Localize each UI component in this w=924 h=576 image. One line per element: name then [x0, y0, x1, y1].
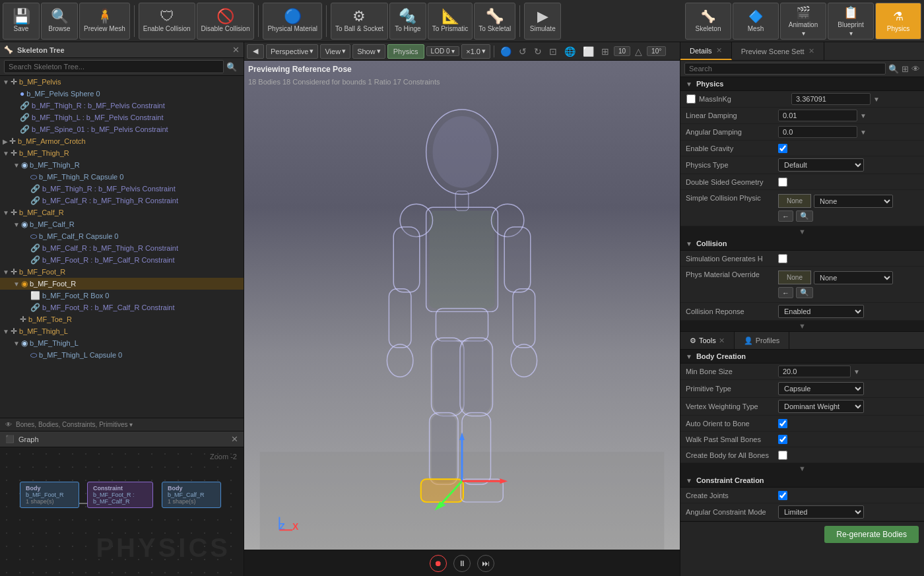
graph-node-constraint1[interactable]: Constraint b_MF_Foot_R : b_MF_Calf_R: [87, 482, 153, 508]
tree-item[interactable]: ▼ ✛ b_MF_Thigh_L: [0, 325, 244, 337]
profiles-tab[interactable]: 👤 Profiles: [735, 332, 790, 349]
to-hinge-button[interactable]: 🔩 To Hinge: [389, 3, 426, 40]
simple-collision-back-btn[interactable]: ←: [778, 210, 793, 222]
constraint-creation-header[interactable]: ▼ Constraint Creation: [680, 474, 924, 488]
collision-response-select[interactable]: Enabled Disabled: [778, 305, 864, 318]
tree-item[interactable]: ▶ ✛ b_MF_Toe_R: [0, 313, 244, 325]
mode-animation-button[interactable]: 🎬 Animation ▾: [780, 3, 826, 40]
view-dropdown[interactable]: View ▾: [320, 44, 350, 59]
graph-content[interactable]: Body b_MF_Foot_R 1 shape(s) Constraint b…: [0, 447, 244, 576]
mass-arrow[interactable]: ▼: [873, 96, 880, 103]
preview-scene-tab[interactable]: Preview Scene Sett ✕: [732, 42, 824, 60]
enable-gravity-checkbox[interactable]: [778, 144, 787, 153]
mode-blueprint-button[interactable]: 📋 Blueprint ▾: [828, 3, 874, 40]
show-dropdown[interactable]: Show ▾: [352, 44, 385, 59]
tree-item[interactable]: ▶ 🔗 b_MF_Thigh_L : b_MF_Pelvis Constrain…: [0, 112, 244, 123]
details-grid-button[interactable]: ⊞: [902, 64, 909, 74]
vp-icon-btn-8[interactable]: △: [632, 44, 645, 59]
tree-item[interactable]: ▶ 🔗 b_MF_Foot_R : b_MF_Calf_R Constraint: [0, 254, 244, 266]
tree-item[interactable]: ▶ ⬭ b_MF_Thigh_R Capsule 0: [0, 171, 244, 183]
angular-arrow[interactable]: ▼: [860, 129, 867, 136]
vp-icon-btn-4[interactable]: ⊡: [546, 44, 560, 59]
details-tab-close[interactable]: ✕: [716, 46, 722, 55]
vp-icon-btn-6[interactable]: ⬜: [580, 44, 597, 59]
physics-section-collapse[interactable]: ▼: [680, 226, 924, 237]
viewport-nav-button[interactable]: ◀: [247, 44, 264, 59]
skeleton-search-input[interactable]: [4, 60, 224, 73]
perspective-dropdown[interactable]: Perspective ▾: [266, 44, 318, 59]
create-body-checkbox[interactable]: [778, 451, 787, 460]
mass-in-kg-checkbox[interactable]: [686, 94, 696, 104]
mass-in-kg-input[interactable]: [791, 93, 871, 105]
skeleton-search-button[interactable]: 🔍: [224, 61, 240, 73]
mode-mesh-button[interactable]: 🔷 Mesh: [733, 3, 779, 40]
graph-node-body1[interactable]: Body b_MF_Foot_R 1 shape(s): [20, 482, 79, 508]
phys-material-find-btn[interactable]: 🔍: [796, 287, 813, 298]
physics-section-header[interactable]: ▼ Physics: [680, 77, 924, 91]
regenerate-bodies-button[interactable]: Re-generate Bodies: [824, 526, 919, 543]
tree-item-selected[interactable]: ▼ ◉ b_MF_Foot_R: [0, 278, 244, 290]
vp-icon-btn-7[interactable]: ⊞: [599, 44, 612, 59]
vertex-weighting-select[interactable]: Dominant Weight Any Weight: [778, 400, 864, 413]
angular-mode-select[interactable]: Limited Free Locked: [778, 505, 864, 519]
vp-icon-btn-5[interactable]: 🌐: [562, 44, 578, 59]
details-search-button[interactable]: 🔍: [888, 64, 899, 74]
to-ball-socket-button[interactable]: ⚙ To Ball & Socket: [331, 3, 388, 40]
walk-past-checkbox[interactable]: [778, 435, 787, 444]
tree-item[interactable]: ▼ ◉ b_MF_Calf_R: [0, 218, 244, 230]
record-button[interactable]: ⏺: [430, 555, 447, 572]
tree-item[interactable]: ▶ ⬜ b_MF_Foot_R Box 0: [0, 290, 244, 302]
body-creation-collapse[interactable]: ▼: [680, 463, 924, 474]
to-prismatic-button[interactable]: 📐 To Prismatic: [428, 3, 473, 40]
create-joints-checkbox[interactable]: [778, 491, 787, 500]
angular-damping-input[interactable]: [778, 126, 857, 138]
viewport-content[interactable]: Previewing Reference Pose 18 Bodies 18 C…: [244, 61, 680, 550]
physical-material-button[interactable]: 🔵 Physical Material: [263, 3, 322, 40]
phys-material-back-btn[interactable]: ←: [778, 287, 793, 298]
body-creation-header[interactable]: ▼ Body Creation: [680, 350, 924, 364]
min-bone-size-input[interactable]: [778, 366, 851, 377]
sim-generates-checkbox[interactable]: [778, 254, 787, 263]
enable-collision-button[interactable]: 🛡 Enable Collision: [139, 3, 195, 40]
tree-item[interactable]: ▼ ◉ b_MF_Thigh_R: [0, 159, 244, 171]
phys-material-select[interactable]: None: [814, 271, 893, 284]
tree-item[interactable]: ▶ 🔗 b_MF_Calf_R : b_MF_Thigh_R Constrain…: [0, 242, 244, 254]
primitive-type-select[interactable]: Capsule Box Sphere: [778, 382, 864, 395]
tree-item[interactable]: ▼ ◉ b_MF_Thigh_L: [0, 337, 244, 349]
to-skeletal-button[interactable]: 🦴 To Skeletal: [474, 3, 515, 40]
details-search-input[interactable]: [684, 63, 886, 75]
pause-button[interactable]: ⏸: [453, 555, 471, 572]
skeleton-tree-footer[interactable]: 👁 Bones, Bodies, Constraints, Primitives…: [0, 418, 244, 431]
physics-viewport-button[interactable]: Physics: [387, 44, 424, 59]
tree-item[interactable]: ▶ ⬭ b_MF_Calf_R Capsule 0: [0, 230, 244, 242]
tools-tab-close[interactable]: ✕: [719, 336, 725, 345]
tree-item[interactable]: ▼ ✛ b_MF_Pelvis: [0, 76, 244, 88]
double-sided-checkbox[interactable]: [778, 177, 787, 187]
tree-item[interactable]: ▶ 🔗 b_MF_Calf_R : b_MF_Thigh_R Constrain…: [0, 195, 244, 207]
simple-collision-find-btn[interactable]: 🔍: [796, 210, 813, 222]
tree-item[interactable]: ▶ 🔗 b_MF_Foot_R : b_MF_Calf_R Constraint: [0, 302, 244, 313]
collision-section-header[interactable]: ▼ Collision: [680, 237, 924, 251]
lod-badge[interactable]: LOD 0 ▾: [426, 46, 460, 56]
skeleton-tree-area[interactable]: ▼ ✛ b_MF_Pelvis ▶ ● b_MF_Pelvis Sphere 0…: [0, 76, 244, 418]
preview-mesh-button[interactable]: 🧍 Preview Mesh: [79, 3, 130, 40]
tree-item[interactable]: ▼ ✛ b_MF_Calf_R: [0, 207, 244, 218]
tree-item[interactable]: ▼ ✛ b_MF_Foot_R: [0, 266, 244, 278]
save-button[interactable]: 💾 Save: [3, 3, 40, 40]
tree-item[interactable]: ▼ ✛ b_MF_Thigh_R: [0, 147, 244, 159]
graph-close-button[interactable]: ✕: [231, 434, 238, 444]
browse-button[interactable]: 🔍 Browse: [41, 3, 78, 40]
skeleton-tree-close-button[interactable]: ✕: [232, 45, 240, 55]
tree-item[interactable]: ▶ 🔗 b_MF_Thigh_R : b_MF_Pelvis Constrain…: [0, 183, 244, 195]
preview-scene-tab-close[interactable]: ✕: [808, 47, 814, 55]
physics-type-select[interactable]: Default Simulated Kinematic: [778, 158, 864, 172]
simple-collision-select[interactable]: None: [814, 195, 893, 208]
linear-arrow[interactable]: ▼: [860, 112, 867, 119]
graph-node-body2[interactable]: Body b_MF_Calf_R 1 shape(s): [162, 482, 221, 508]
collision-section-collapse[interactable]: ▼: [680, 321, 924, 331]
details-tab[interactable]: Details ✕: [680, 42, 732, 60]
speed-dropdown[interactable]: ×1.0 ▾: [461, 44, 490, 59]
auto-orient-checkbox[interactable]: [778, 419, 787, 428]
min-bone-arrow[interactable]: ▼: [853, 368, 860, 375]
tools-tab[interactable]: ⚙ Tools ✕: [680, 332, 735, 349]
